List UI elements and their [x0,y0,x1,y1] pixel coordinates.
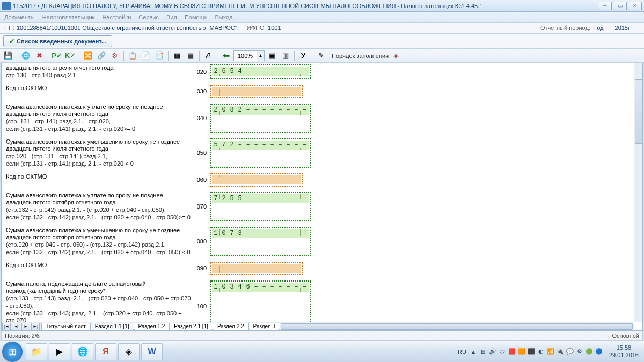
input-cell[interactable]: – [260,67,268,76]
group2-icon[interactable]: ▤ [185,50,196,62]
tool3-icon[interactable]: 📑 [153,50,165,62]
input-cell[interactable]: – [284,194,292,203]
globe-icon[interactable]: 🌐 [20,50,32,62]
clock[interactable]: 15:58 29.01.2016 [609,344,639,358]
input-cell[interactable]: – [276,67,284,76]
tray-icon[interactable]: 🔊 [489,348,496,356]
input-cell[interactable]: 7 [220,141,228,150]
page-tab[interactable]: Раздел 1.1 [1] [90,323,134,330]
wand-icon[interactable]: ✎ [315,50,327,62]
cell-group[interactable]: 2082–––––––– [210,104,311,133]
input-cell[interactable]: 8 [228,106,236,115]
nav-last-icon[interactable]: ►| [31,323,40,330]
zoom-up-icon[interactable]: ▲ [257,51,264,61]
input-cell[interactable]: 7 [212,194,220,203]
input-cell[interactable] [220,87,228,96]
input-cell[interactable]: 4 [236,283,244,292]
input-cell[interactable]: 4 [236,67,244,76]
input-cell[interactable] [220,264,228,273]
hscroll-thumb[interactable] [281,323,633,330]
page-tab[interactable]: Раздел 3 [248,323,280,330]
input-cell[interactable]: 1 [212,229,220,238]
taskbar-media-icon[interactable]: ▶ [49,343,70,360]
input-cell[interactable]: 6 [244,283,252,292]
tray-icon[interactable]: 🛡 [499,348,506,356]
input-cell[interactable] [292,87,301,96]
zoom-input[interactable] [234,53,257,59]
input-cell[interactable]: 2 [212,67,220,76]
tray-icon[interactable]: ⬛ [528,348,535,356]
input-cell[interactable]: – [244,194,252,203]
tray-icon[interactable]: 📶 [547,348,554,356]
tray-icon[interactable]: ◐ [537,348,545,356]
arrow-left-icon[interactable]: ⬅ [220,50,232,62]
nav-first-icon[interactable]: |◄ [2,323,11,330]
input-cell[interactable] [292,264,301,273]
input-cell[interactable]: – [268,283,276,292]
input-cell[interactable] [284,175,292,184]
input-cell[interactable] [268,264,276,273]
input-cell[interactable] [236,264,244,273]
input-cell[interactable]: 3 [228,283,236,292]
page-tab[interactable]: Раздел 2.1 [1] [169,323,213,330]
input-cell[interactable] [228,175,236,184]
input-cell[interactable]: – [260,283,268,292]
cell-group[interactable] [210,173,303,187]
tool2-icon[interactable]: 📄 [140,50,152,62]
fit2-icon[interactable]: ▥ [280,50,291,62]
input-cell[interactable]: – [260,141,268,150]
cell-group[interactable]: 572––––––––– [210,138,311,168]
cell-group[interactable]: 7255–––––––– [210,192,311,221]
input-cell[interactable] [212,87,220,96]
u-icon[interactable]: У [297,50,309,62]
input-cell[interactable]: – [252,67,260,76]
input-cell[interactable]: – [252,194,260,203]
menu-налогоплательщик[interactable]: Налогоплательщик [42,14,95,20]
menu-вид[interactable]: Вид [166,14,177,20]
book-icon[interactable]: ◈ [390,50,402,62]
input-cell[interactable] [228,264,236,273]
input-cell[interactable] [236,175,244,184]
input-cell[interactable] [276,87,284,96]
print-icon[interactable]: 🖨 [202,50,214,62]
input-cell[interactable] [268,175,276,184]
input-cell[interactable]: 5 [228,67,236,76]
input-cell[interactable]: – [276,283,284,292]
input-cell[interactable] [276,175,284,184]
input-cell[interactable]: – [301,229,309,238]
input-cell[interactable]: – [244,106,252,115]
cell-group[interactable] [210,262,303,275]
minimize-button[interactable]: ─ [598,2,612,10]
input-cell[interactable]: – [301,67,309,76]
input-cell[interactable] [228,87,236,96]
input-cell[interactable]: 2 [228,141,236,150]
tray-icon[interactable]: 💬 [566,348,574,356]
input-cell[interactable]: – [260,229,268,238]
vertical-scrollbar[interactable] [634,63,642,322]
input-cell[interactable]: – [292,67,301,76]
nav-prev-icon[interactable]: ◄ [12,323,20,330]
cell-group[interactable]: 1073–––––––– [210,227,311,256]
taskbar-explorer-icon[interactable]: 📁 [26,343,47,360]
input-cell[interactable]: – [268,141,276,150]
input-cell[interactable]: – [292,106,301,115]
input-cell[interactable]: – [252,283,260,292]
input-cell[interactable]: – [292,229,301,238]
input-cell[interactable]: 7 [228,229,236,238]
link-icon[interactable]: 🔗 [96,50,107,62]
tree-icon[interactable]: 🔀 [82,50,94,62]
input-cell[interactable]: – [244,141,252,150]
menu-сервис[interactable]: Сервис [138,14,159,20]
input-cell[interactable]: 3 [236,229,244,238]
tray-icon[interactable]: 🟢 [586,348,593,356]
taskbar-word-icon[interactable]: W [141,343,163,360]
tray-icon[interactable]: ⚙ [576,348,583,356]
order-label[interactable]: Порядок заполнения [332,53,389,59]
menu-помощь[interactable]: Помощь [185,14,208,20]
input-cell[interactable]: – [276,229,284,238]
maximize-button[interactable]: ▭ [613,2,627,10]
input-cell[interactable]: 1 [212,283,220,292]
input-cell[interactable]: 0 [220,229,228,238]
close-button[interactable]: ✕ [628,2,642,10]
input-cell[interactable] [252,175,260,184]
